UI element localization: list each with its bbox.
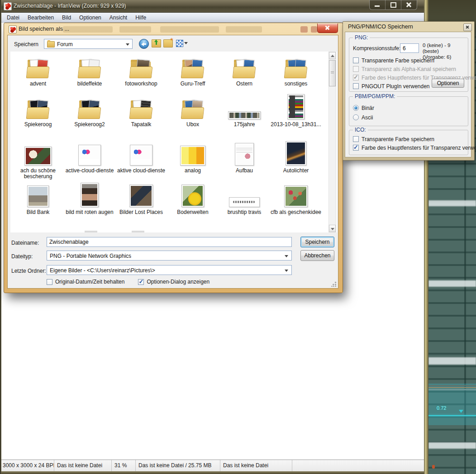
folder-item[interactable]: Ostern xyxy=(219,53,270,87)
file-item[interactable]: active-cloud-dienste xyxy=(64,143,115,180)
recent-folders-label: Letzte Ordner: xyxy=(11,268,46,274)
chevron-down-icon xyxy=(285,270,288,272)
file-item[interactable]: Bilder Lost Places xyxy=(115,185,167,215)
radio-ascii[interactable]: Ascii xyxy=(353,113,374,122)
new-folder-button[interactable] xyxy=(163,39,173,47)
radio-icon[interactable] xyxy=(353,114,359,120)
view-menu-button[interactable] xyxy=(176,39,190,47)
hint-line: 0 (keine) - 9 (beste) xyxy=(423,43,464,54)
cancel-button[interactable]: Abbrechen xyxy=(300,250,334,261)
file-item[interactable]: aktive cloud-dienste xyxy=(115,143,167,180)
checked-checkbox-icon[interactable] xyxy=(353,145,359,151)
dialog-close-button[interactable] xyxy=(463,24,472,31)
png-checkbox[interactable]: Transparente Farbe speichern xyxy=(353,56,464,65)
file-item[interactable]: analog xyxy=(167,143,219,180)
file-name: Guru-Treff xyxy=(167,81,219,87)
ico-checkbox[interactable]: Transparente Farbe speichern xyxy=(353,135,464,143)
menu-item-bearbeiten[interactable]: Bearbeiten xyxy=(24,13,58,22)
file-item[interactable]: Bild Bank xyxy=(12,185,64,215)
folder-item[interactable]: fotoworkshop xyxy=(115,53,167,87)
folder-item[interactable]: bildeffekte xyxy=(64,53,115,87)
folder-item[interactable]: Spiekeroog xyxy=(12,94,64,128)
thumb-script-icon xyxy=(229,197,260,207)
folder-item[interactable]: Spiekeroog2 xyxy=(64,94,115,128)
folder-icon xyxy=(47,41,55,47)
menu-item-ansicht[interactable]: Ansicht xyxy=(105,13,131,22)
thumb-flowers-icon xyxy=(284,185,308,207)
recent-folders-value: Eigene Bilder - <C:\Users\reinarz\Pictur… xyxy=(50,267,155,274)
window-titlebar[interactable]: Zwischenablage - IrfanView (Zoom: 929 x … xyxy=(0,0,424,13)
compression-input[interactable]: 6 xyxy=(400,43,419,53)
file-item[interactable]: brushtip travis xyxy=(219,185,270,215)
save-button[interactable]: Speichern xyxy=(300,237,334,247)
file-item[interactable]: Bodenwelten xyxy=(167,185,219,215)
maximize-button[interactable] xyxy=(386,0,401,9)
radio-binär[interactable]: Binär xyxy=(353,103,374,113)
maximize-icon xyxy=(390,2,396,8)
folder-item[interactable]: sonstiges xyxy=(270,53,322,87)
unchecked-checkbox-icon xyxy=(353,66,359,72)
folder-combobox[interactable]: Forum xyxy=(44,39,133,49)
filetype-combobox[interactable]: PNG - Portable Network Graphics xyxy=(47,251,292,261)
menu-item-bild[interactable]: Bild xyxy=(58,13,75,22)
scroll-up-button[interactable] xyxy=(329,52,336,59)
close-button[interactable] xyxy=(401,0,417,9)
hud-value-label: 0.72 xyxy=(437,405,446,411)
wall-light-band xyxy=(428,200,476,206)
file-name: brushtip travis xyxy=(219,209,270,215)
file-item[interactable]: Aufbau xyxy=(219,143,270,180)
dialog-title: PNG/PNM/ICO Speichern xyxy=(348,24,413,30)
png-options-dialog: PNG/PNM/ICO Speichern PNG: Kompressionss… xyxy=(343,21,475,161)
filename-input[interactable]: Zwischenablage xyxy=(47,237,292,247)
file-name: advent xyxy=(12,81,64,87)
file-row: SpiekeroogSpiekeroog2TapatalkUbox175jahr… xyxy=(12,94,322,128)
folder-item[interactable]: Ubox xyxy=(167,94,219,128)
vertical-scrollbar[interactable] xyxy=(328,52,336,232)
folder-item[interactable]: Tapatalk xyxy=(115,94,167,128)
menu-item-datei[interactable]: Datei xyxy=(3,13,24,22)
back-button[interactable] xyxy=(139,39,149,49)
save-option-checkbox[interactable]: Original-Datum/Zeit behalten xyxy=(47,279,124,285)
ico-checkbox[interactable]: Farbe des Hauptfensters für Transparenz … xyxy=(353,143,464,152)
partial-row-hint xyxy=(85,231,97,232)
file-row: adventbildeffektefotoworkshopGuru-TreffO… xyxy=(12,53,322,87)
thumb-palette-icon xyxy=(287,94,305,119)
dialog-close-button[interactable] xyxy=(317,24,338,33)
unchecked-checkbox-icon[interactable] xyxy=(353,57,359,63)
up-one-level-button[interactable] xyxy=(152,39,161,47)
dialog-body: Speichern Forum adventbildeffektefotowor… xyxy=(7,35,338,289)
ghost-toolbar-icons xyxy=(226,26,262,33)
folder-item[interactable]: Guru-Treff xyxy=(167,53,219,87)
dialog-body: PNG: Kompressionsstufe: 6 0 (keine) - 9 … xyxy=(345,32,471,157)
window-controls xyxy=(369,0,417,10)
ghost-toolbar-icons xyxy=(300,26,308,33)
recent-folders-combobox[interactable]: Eigene Bilder - <C:\Users\reinarz\Pictur… xyxy=(47,265,292,275)
checkbox-label: Transparente Farbe speichern xyxy=(362,57,434,64)
file-item[interactable]: Autolichter xyxy=(270,143,322,180)
filename-label: Dateiname: xyxy=(11,240,39,246)
file-name: bild mit roten augen xyxy=(64,209,115,215)
unchecked-checkbox-icon[interactable] xyxy=(353,136,359,142)
file-item[interactable]: 175jahre xyxy=(219,94,270,128)
group-label: ICO: xyxy=(353,127,368,133)
selected-radio-icon[interactable] xyxy=(353,105,359,111)
menu-item-hilfe[interactable]: Hilfe xyxy=(131,13,150,22)
save-option-checkbox[interactable]: Optionen-Dialog anzeigen xyxy=(138,279,209,285)
menu-item-optionen[interactable]: Optionen xyxy=(75,13,105,22)
unchecked-checkbox-icon[interactable] xyxy=(47,279,52,285)
file-item[interactable]: 2013-10-08_13h31... xyxy=(270,94,322,128)
file-item[interactable]: bild mit roten augen xyxy=(64,185,115,215)
folder-item[interactable]: advent xyxy=(12,53,64,87)
unchecked-checkbox-icon[interactable] xyxy=(353,83,359,89)
checkbox-label: Farbe des Hauptfensters für Transparenz … xyxy=(362,145,476,151)
file-item[interactable]: ach du schöne bescherung xyxy=(12,143,64,180)
folder-psd-mix-icon xyxy=(181,99,205,119)
scroll-down-button[interactable] xyxy=(329,225,336,232)
checked-checkbox-icon[interactable] xyxy=(138,279,144,285)
resize-grip[interactable] xyxy=(331,281,337,287)
minimize-button[interactable] xyxy=(370,0,386,9)
window-border xyxy=(0,471,424,474)
file-item[interactable]: cfb als geschenkidee xyxy=(270,185,322,215)
scrollbar-thumb[interactable] xyxy=(329,60,336,86)
pngout-options-button[interactable]: Optionen xyxy=(432,79,464,88)
